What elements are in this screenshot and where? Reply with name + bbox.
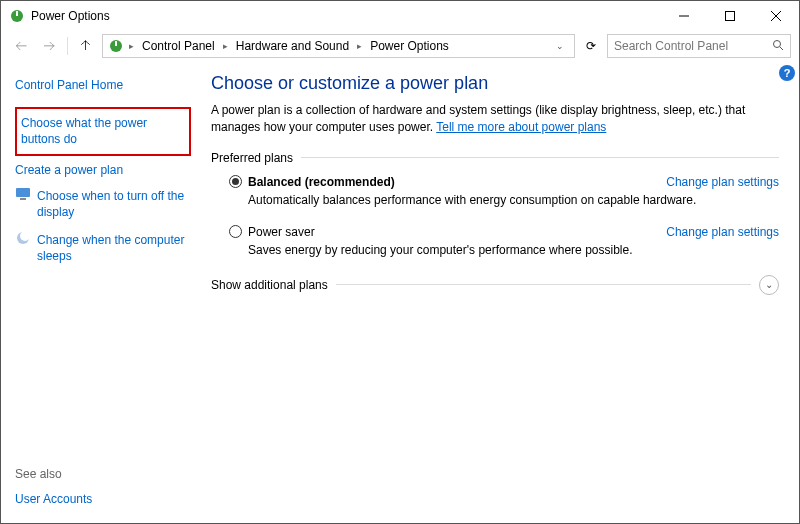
crumb-power-options[interactable]: Power Options — [366, 39, 453, 53]
plan-name: Balanced (recommended) — [248, 175, 395, 189]
sidebar-link-computer-sleeps[interactable]: Change when the computer sleeps — [37, 228, 191, 268]
plan-description: Automatically balances performance with … — [248, 193, 779, 207]
search-placeholder: Search Control Panel — [614, 39, 728, 53]
minimize-button[interactable] — [661, 1, 707, 31]
refresh-button[interactable]: ⟳ — [579, 34, 603, 58]
svg-rect-1 — [16, 11, 18, 16]
plan-power-saver: Power saver Change plan settings Saves e… — [229, 225, 779, 257]
back-button[interactable]: 🡠 — [9, 34, 33, 58]
plan-balanced: Balanced (recommended) Change plan setti… — [229, 175, 779, 207]
see-also-user-accounts[interactable]: User Accounts — [15, 487, 191, 511]
breadcrumb[interactable]: ▸ Control Panel ▸ Hardware and Sound ▸ P… — [102, 34, 575, 58]
separator — [67, 37, 68, 55]
control-panel-home-link[interactable]: Control Panel Home — [15, 73, 191, 97]
window-title: Power Options — [31, 9, 661, 23]
up-button[interactable]: 🡡 — [74, 34, 98, 58]
forward-button[interactable]: 🡢 — [37, 34, 61, 58]
svg-rect-7 — [115, 41, 117, 46]
power-options-icon — [9, 8, 25, 24]
toolbar: 🡠 🡢 🡡 ▸ Control Panel ▸ Hardware and Sou… — [1, 31, 799, 61]
expand-chevron-icon[interactable]: ⌄ — [759, 275, 779, 295]
preferred-plans-label: Preferred plans — [211, 151, 779, 165]
chevron-right-icon[interactable]: ▸ — [355, 41, 364, 51]
title-bar: Power Options — [1, 1, 799, 31]
page-description: A power plan is a collection of hardware… — [211, 102, 779, 137]
highlight-annotation: Choose what the power buttons do — [15, 107, 191, 155]
svg-point-8 — [774, 40, 781, 47]
crumb-control-panel[interactable]: Control Panel — [138, 39, 219, 53]
help-icon[interactable]: ? — [779, 65, 795, 81]
change-plan-settings-link[interactable]: Change plan settings — [666, 225, 779, 239]
main-content: ? Choose or customize a power plan A pow… — [201, 61, 799, 523]
sidebar-link-power-buttons[interactable]: Choose what the power buttons do — [21, 111, 185, 151]
search-input[interactable]: Search Control Panel — [607, 34, 791, 58]
change-plan-settings-link[interactable]: Change plan settings — [666, 175, 779, 189]
learn-more-link[interactable]: Tell me more about power plans — [436, 120, 606, 134]
monitor-icon — [15, 186, 31, 202]
plan-name: Power saver — [248, 225, 315, 239]
show-additional-plans-row[interactable]: Show additional plans ⌄ — [211, 275, 779, 295]
power-options-icon — [107, 37, 125, 55]
plan-radio-power-saver[interactable] — [229, 225, 242, 238]
plan-description: Saves energy by reducing your computer's… — [248, 243, 779, 257]
sidebar: Control Panel Home Choose what the power… — [1, 61, 201, 523]
sidebar-link-turn-off-display[interactable]: Choose when to turn off the display — [37, 184, 191, 224]
moon-icon — [15, 230, 31, 246]
sidebar-link-create-plan[interactable]: Create a power plan — [15, 158, 191, 182]
svg-rect-11 — [20, 198, 26, 200]
breadcrumb-dropdown[interactable]: ⌄ — [550, 41, 570, 51]
chevron-right-icon[interactable]: ▸ — [221, 41, 230, 51]
see-also-label: See also — [15, 467, 191, 487]
show-additional-label: Show additional plans — [211, 278, 328, 292]
close-button[interactable] — [753, 1, 799, 31]
svg-line-9 — [780, 47, 783, 50]
svg-rect-3 — [726, 12, 735, 21]
svg-point-13 — [20, 231, 30, 241]
page-heading: Choose or customize a power plan — [211, 73, 779, 94]
plan-radio-balanced[interactable] — [229, 175, 242, 188]
search-icon — [772, 39, 784, 54]
chevron-right-icon[interactable]: ▸ — [127, 41, 136, 51]
svg-rect-10 — [16, 188, 30, 197]
maximize-button[interactable] — [707, 1, 753, 31]
crumb-hardware-sound[interactable]: Hardware and Sound — [232, 39, 353, 53]
